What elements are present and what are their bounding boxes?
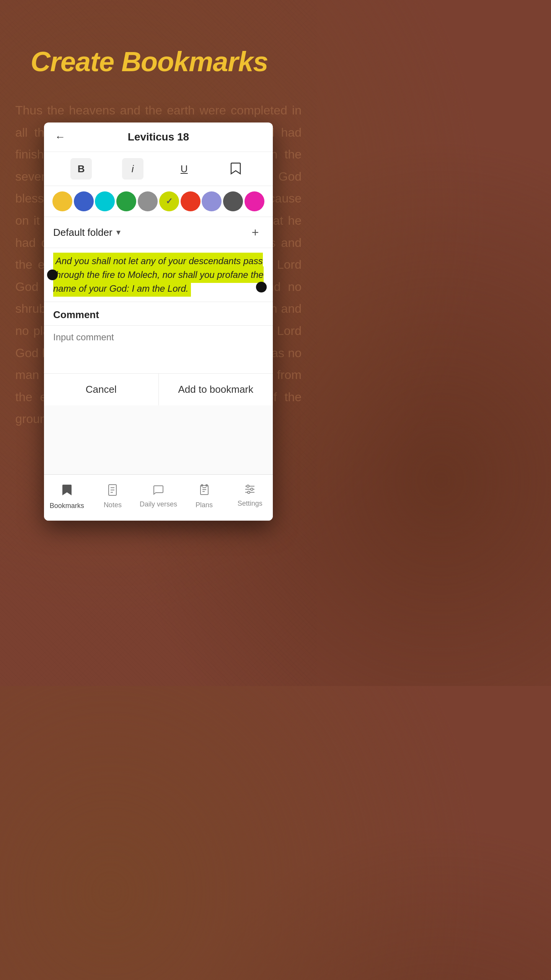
bookmarks-icon	[62, 484, 72, 499]
bookmark-button[interactable]	[225, 158, 246, 180]
bookmark-modal: ← Leviticus 18 B i U	[44, 122, 273, 521]
verse-text: And you shall not let any of your descen…	[53, 253, 264, 297]
color-dark-gray[interactable]	[223, 191, 243, 211]
bottom-navigation: Bookmarks Notes	[44, 474, 273, 521]
comment-input[interactable]	[44, 326, 273, 372]
drag-handle-right[interactable]	[256, 282, 267, 292]
nav-item-settings[interactable]: Settings	[227, 481, 273, 513]
svg-point-15	[248, 491, 250, 493]
folder-chevron-icon: ▾	[116, 227, 121, 237]
bold-button[interactable]: B	[70, 158, 92, 180]
underline-button[interactable]: U	[173, 158, 195, 180]
nav-item-bookmarks[interactable]: Bookmarks	[44, 481, 90, 513]
settings-icon	[244, 484, 256, 497]
nav-label-daily-verses: Daily verses	[140, 500, 177, 508]
nav-item-plans[interactable]: Plans	[181, 481, 227, 513]
color-yellow[interactable]	[52, 191, 72, 211]
svg-point-14	[251, 488, 253, 490]
notes-icon	[107, 484, 118, 498]
drag-handle-left[interactable]	[47, 270, 58, 280]
color-lime[interactable]	[159, 191, 179, 211]
color-green[interactable]	[116, 191, 136, 211]
color-gray[interactable]	[138, 191, 158, 211]
folder-name-area: Default folder ▾	[53, 227, 121, 238]
nav-item-daily-verses[interactable]: Daily verses	[135, 481, 181, 513]
color-blue[interactable]	[74, 191, 94, 211]
italic-button[interactable]: i	[122, 158, 143, 180]
color-cyan[interactable]	[95, 191, 115, 211]
nav-label-bookmarks: Bookmarks	[50, 502, 84, 510]
format-toolbar: B i U	[44, 152, 273, 186]
add-folder-button[interactable]: +	[247, 224, 264, 241]
cancel-button[interactable]: Cancel	[44, 374, 159, 405]
daily-verses-icon	[153, 484, 164, 497]
folder-selector[interactable]: Default folder ▾ +	[44, 217, 273, 248]
page-title: Create Bookmarks	[0, 0, 317, 93]
modal-footer-space	[44, 405, 273, 474]
color-palette	[44, 186, 273, 217]
nav-label-notes: Notes	[104, 501, 122, 509]
add-to-bookmark-button[interactable]: Add to bookmark	[159, 374, 273, 405]
color-magenta[interactable]	[245, 191, 264, 211]
comment-label: Comment	[44, 302, 273, 326]
svg-rect-8	[201, 485, 203, 486]
verse-area: And you shall not let any of your descen…	[44, 248, 273, 302]
svg-point-13	[247, 485, 249, 487]
nav-label-plans: Plans	[196, 501, 213, 509]
folder-name-label: Default folder	[53, 227, 112, 238]
svg-rect-9	[206, 485, 207, 486]
nav-item-notes[interactable]: Notes	[90, 481, 136, 513]
nav-label-settings: Settings	[238, 500, 262, 508]
modal-title: Leviticus 18	[128, 131, 189, 143]
modal-header: ← Leviticus 18	[44, 122, 273, 152]
action-buttons: Cancel Add to bookmark	[44, 373, 273, 405]
color-red[interactable]	[181, 191, 201, 211]
color-lavender[interactable]	[202, 191, 222, 211]
plans-icon	[199, 484, 210, 498]
back-button[interactable]: ←	[52, 129, 68, 145]
